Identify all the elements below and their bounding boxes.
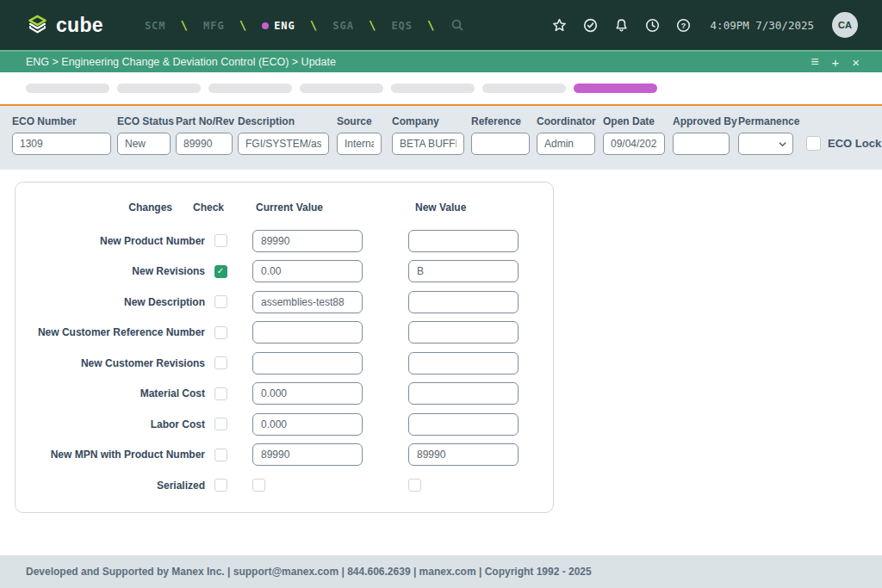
- row-check-checkbox[interactable]: [214, 295, 227, 308]
- table-row: New Description: [16, 287, 553, 318]
- description-field[interactable]: [238, 133, 329, 155]
- row-check-checkbox[interactable]: [214, 449, 227, 461]
- row-check-checkbox[interactable]: [214, 326, 227, 339]
- permanence-label: Permanence: [738, 115, 793, 127]
- row-label: New Description: [16, 296, 205, 308]
- footer-bar: Developed and Supported by Manex Inc. | …: [0, 555, 882, 588]
- search-icon[interactable]: [450, 18, 464, 32]
- stepper-segment[interactable]: [391, 84, 475, 93]
- changes-table-body: New Product Number New Revisions ✓ New D…: [16, 226, 553, 501]
- eco-lock-toggle[interactable]: ECO Lock: [806, 136, 881, 151]
- row-new-cell: [408, 443, 553, 466]
- current-value-input[interactable]: [252, 413, 363, 436]
- stepper-segment[interactable]: [300, 84, 383, 93]
- eco-lock-checkbox[interactable]: [806, 136, 821, 151]
- nav-separator: \: [310, 18, 318, 32]
- row-current-cell: [236, 321, 408, 344]
- row-check-cell: [205, 387, 236, 400]
- coordinator-label: Coordinator: [537, 115, 595, 127]
- source-field[interactable]: [337, 133, 382, 155]
- new-value-input[interactable]: [408, 352, 519, 374]
- stepper-segment[interactable]: [482, 84, 566, 93]
- open-date-label: Open Date: [603, 115, 665, 127]
- new-value-input[interactable]: [408, 413, 519, 436]
- header-changes: Changes: [16, 201, 205, 214]
- close-icon[interactable]: ×: [852, 56, 860, 69]
- stepper-segment[interactable]: [26, 84, 109, 93]
- menu-icon[interactable]: ≡: [811, 55, 818, 69]
- stepper-segment-active[interactable]: [574, 84, 657, 93]
- serialized-current-checkbox[interactable]: [252, 479, 265, 492]
- new-value-input[interactable]: [408, 260, 519, 282]
- app-window: cube SCM\MFG\ENG\SGA\EQS\: [0, 0, 882, 588]
- notifications-bell-icon[interactable]: [614, 18, 629, 33]
- current-value-input[interactable]: [252, 230, 363, 252]
- open-date-field[interactable]: [603, 133, 665, 155]
- eco-number-field[interactable]: [12, 133, 111, 155]
- add-tab-icon[interactable]: +: [831, 56, 839, 69]
- permanence-select[interactable]: [738, 133, 793, 155]
- new-value-input[interactable]: [408, 321, 519, 344]
- changes-table-header: Changes Check Current Value New Value: [16, 198, 553, 217]
- approved-by-field[interactable]: [673, 133, 730, 155]
- row-check-checkbox[interactable]: ✓: [214, 265, 227, 278]
- row-check-checkbox[interactable]: [214, 418, 227, 430]
- nav-item-eng[interactable]: ENG: [262, 20, 295, 32]
- approvals-check-circle-icon[interactable]: [583, 18, 598, 33]
- changes-panel: Changes Check Current Value New Value Ne…: [15, 182, 554, 513]
- reference-label: Reference: [471, 115, 530, 127]
- current-value-input[interactable]: [252, 382, 363, 405]
- table-row: New Customer Revisions: [16, 348, 553, 379]
- permanence-select-value[interactable]: [738, 133, 793, 155]
- row-current-cell: [236, 443, 408, 466]
- svg-text:?: ?: [680, 21, 686, 29]
- new-value-input[interactable]: [408, 382, 519, 405]
- row-check-checkbox[interactable]: [214, 356, 227, 369]
- nav-item-eqs[interactable]: EQS: [391, 20, 413, 32]
- history-clock-icon[interactable]: [645, 18, 660, 33]
- new-value-input[interactable]: [408, 443, 519, 466]
- table-row: Serialized: [16, 470, 553, 501]
- new-value-input[interactable]: [408, 230, 519, 252]
- row-label: Serialized: [16, 480, 205, 492]
- reference-field[interactable]: [471, 133, 530, 155]
- favorite-star-icon[interactable]: [552, 18, 567, 33]
- row-label: Material Cost: [16, 387, 205, 399]
- row-check-cell: [205, 418, 236, 430]
- new-value-input[interactable]: [408, 291, 519, 313]
- row-check-cell: [205, 234, 236, 247]
- eco-status-label: ECO Status: [117, 115, 171, 127]
- row-check-checkbox[interactable]: [214, 479, 227, 492]
- company-label: Company: [392, 115, 464, 127]
- row-check-checkbox[interactable]: [214, 387, 227, 400]
- logo-text: cube: [56, 14, 103, 37]
- nav-item-mfg[interactable]: MFG: [203, 20, 225, 32]
- current-value-input[interactable]: [252, 443, 363, 466]
- help-icon[interactable]: ?: [676, 18, 691, 33]
- eco-header-form: ECO Number ECO Status Part No/Rev Descri…: [0, 104, 882, 170]
- part-no-rev-field[interactable]: [176, 133, 233, 155]
- current-value-input[interactable]: [252, 260, 363, 282]
- company-field[interactable]: [392, 133, 464, 155]
- current-value-input[interactable]: [252, 352, 363, 374]
- nav-item-sga[interactable]: SGA: [332, 20, 354, 32]
- avatar[interactable]: CA: [832, 12, 858, 38]
- row-check-cell: [205, 295, 236, 308]
- current-value-input[interactable]: [252, 321, 363, 344]
- table-row: New MPN with Product Number: [16, 440, 553, 471]
- row-check-cell: [205, 479, 236, 492]
- nav-item-scm[interactable]: SCM: [145, 20, 166, 32]
- row-label: New Revisions: [16, 265, 205, 277]
- stepper-segment[interactable]: [208, 84, 292, 93]
- breadcrumb-actions: ≡ + ×: [811, 55, 860, 69]
- coordinator-field[interactable]: [537, 133, 595, 155]
- app-logo[interactable]: cube: [26, 14, 103, 37]
- stepper-segment[interactable]: [117, 84, 201, 93]
- current-value-input[interactable]: [252, 291, 363, 313]
- serialized-new-checkbox[interactable]: [408, 479, 421, 492]
- row-check-checkbox[interactable]: [214, 234, 227, 247]
- eco-status-field[interactable]: [117, 133, 171, 155]
- nav-separator: \: [427, 18, 435, 32]
- row-label: New Product Number: [16, 235, 205, 247]
- row-label: New Customer Reference Number: [16, 326, 205, 338]
